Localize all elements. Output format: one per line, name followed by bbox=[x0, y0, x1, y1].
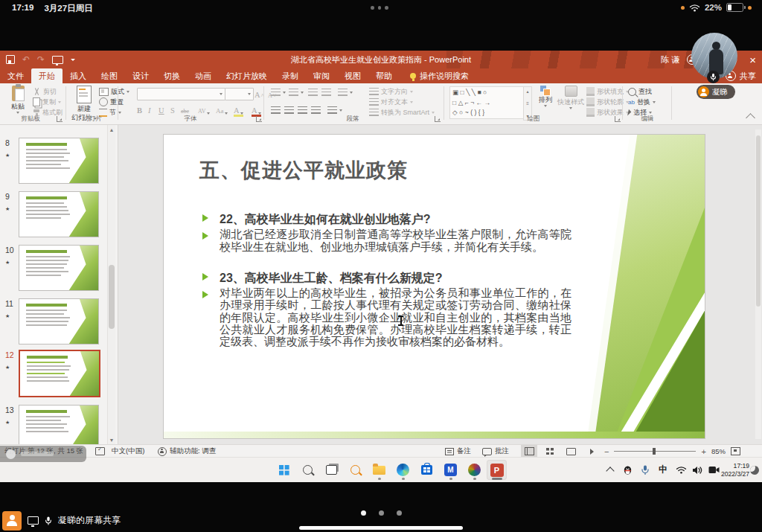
scroll-down-icon[interactable]: ▼ bbox=[108, 435, 115, 444]
italic-button[interactable]: I bbox=[148, 104, 151, 115]
slide-thumbnail-9[interactable] bbox=[19, 191, 99, 237]
scrollbar-thumb[interactable] bbox=[756, 135, 761, 307]
align-left-button[interactable] bbox=[271, 106, 281, 115]
thumbnail-scrollbar[interactable]: ▲ ▼ bbox=[107, 125, 115, 444]
view-slide-sorter-button[interactable] bbox=[542, 445, 558, 458]
bold-button[interactable]: B bbox=[137, 104, 142, 115]
bullets-button[interactable] bbox=[271, 88, 286, 97]
camera-tray-icon[interactable] bbox=[707, 458, 720, 482]
microsoft-store-button[interactable] bbox=[417, 460, 437, 480]
font-size-select[interactable] bbox=[225, 88, 254, 100]
text-direction-button[interactable]: 文字方向 bbox=[369, 87, 413, 96]
save-icon[interactable] bbox=[6, 55, 15, 64]
zoom-out-button[interactable]: − bbox=[604, 447, 609, 456]
tab-view[interactable]: 视图 bbox=[337, 68, 368, 83]
meeting-app-button[interactable]: M bbox=[441, 460, 461, 480]
microphone-tray-icon[interactable] bbox=[638, 458, 652, 482]
view-normal-button[interactable] bbox=[521, 445, 537, 458]
task-view-button[interactable] bbox=[321, 460, 342, 480]
decrease-indent-button[interactable] bbox=[308, 88, 318, 97]
presenter-badge[interactable]: 凝睇 bbox=[697, 85, 735, 99]
paste-button[interactable]: 粘贴 bbox=[6, 86, 30, 114]
comments-button[interactable]: 批注 bbox=[482, 445, 509, 458]
qq-tray-icon[interactable] bbox=[621, 458, 634, 482]
replace-button[interactable]: ab替换 bbox=[628, 97, 656, 106]
align-right-button[interactable] bbox=[298, 106, 307, 115]
file-explorer-button[interactable] bbox=[369, 460, 389, 480]
home-indicator[interactable] bbox=[299, 526, 463, 530]
tab-insert[interactable]: 插入 bbox=[63, 68, 94, 83]
taskbar-clock[interactable]: 17:19 2022/3/27 bbox=[722, 458, 749, 482]
collapse-ribbon-icon[interactable] bbox=[746, 113, 755, 123]
notes-button[interactable]: 备注 bbox=[445, 445, 471, 458]
find-button[interactable]: 查找 bbox=[628, 87, 652, 96]
tray-expand-button[interactable] bbox=[604, 458, 616, 482]
ime-indicator[interactable]: 中 bbox=[656, 458, 670, 482]
slide-thumbnail-12-selected[interactable] bbox=[19, 350, 100, 397]
font-name-select[interactable] bbox=[137, 88, 225, 100]
paragraph-dialog-launcher[interactable] bbox=[435, 116, 441, 122]
tell-me-search[interactable]: 操作说明搜索 bbox=[410, 68, 469, 83]
zoom-level[interactable]: 85% bbox=[711, 447, 726, 455]
justify-button[interactable] bbox=[311, 106, 321, 115]
fit-to-window-icon[interactable] bbox=[731, 447, 740, 455]
view-reading-button[interactable] bbox=[563, 445, 579, 458]
align-text-button[interactable]: 对齐文本 bbox=[369, 97, 413, 106]
zoom-in-button[interactable]: + bbox=[701, 447, 705, 456]
edge-button[interactable] bbox=[393, 460, 413, 480]
tab-file[interactable]: 文件 bbox=[0, 68, 31, 83]
font-dialog-launcher[interactable] bbox=[256, 116, 262, 122]
editor-scrollbar[interactable] bbox=[755, 129, 761, 439]
tab-record[interactable]: 录制 bbox=[275, 68, 306, 83]
start-button[interactable] bbox=[274, 460, 294, 480]
scroll-up-icon[interactable]: ▲ bbox=[108, 125, 115, 134]
tab-design[interactable]: 设计 bbox=[125, 68, 156, 83]
customize-qat-icon[interactable] bbox=[71, 59, 75, 61]
notification-center-button[interactable] bbox=[749, 458, 761, 482]
layout-button[interactable]: 版式 bbox=[99, 87, 129, 96]
redo-icon[interactable]: ↷ bbox=[37, 55, 45, 64]
volume-tray-icon[interactable] bbox=[691, 458, 704, 482]
tab-transitions[interactable]: 切换 bbox=[156, 68, 188, 83]
tab-help[interactable]: 帮助 bbox=[368, 68, 400, 83]
char-spacing-button[interactable]: AV bbox=[198, 104, 210, 115]
line-spacing-button[interactable] bbox=[338, 88, 353, 97]
arrange-button[interactable]: 排列 bbox=[534, 86, 557, 107]
increase-indent-button[interactable] bbox=[321, 88, 331, 97]
columns-button[interactable] bbox=[327, 106, 342, 115]
slide-body-textbox[interactable]: 22、高校毕业生如何在就业创业地落户? 湖北省已经逐步取消全日制普通高等学校毕业… bbox=[202, 212, 572, 348]
clipboard-dialog-launcher[interactable] bbox=[57, 116, 63, 122]
tab-animations[interactable]: 动画 bbox=[188, 68, 219, 83]
tab-slide-show[interactable]: 幻灯片放映 bbox=[219, 68, 275, 83]
tab-review[interactable]: 审阅 bbox=[306, 68, 337, 83]
cut-button[interactable]: 剪切 bbox=[33, 87, 57, 96]
change-case-button[interactable]: Aa bbox=[216, 104, 228, 115]
slide-thumbnail-11[interactable] bbox=[19, 298, 99, 344]
close-icon[interactable]: × bbox=[749, 54, 756, 65]
account-name[interactable]: 陈 谦 bbox=[661, 54, 679, 65]
undo-icon[interactable]: ↶ bbox=[22, 55, 30, 64]
zoom-slider[interactable] bbox=[614, 451, 696, 452]
language-indicator[interactable]: 中文(中国) bbox=[112, 445, 144, 458]
drawing-dialog-launcher[interactable] bbox=[615, 116, 621, 122]
copy-button[interactable]: 复制 bbox=[33, 97, 61, 106]
tab-draw[interactable]: 绘图 bbox=[94, 68, 125, 83]
underline-button[interactable]: U bbox=[159, 104, 164, 115]
shadow-button[interactable]: S bbox=[170, 104, 175, 115]
view-slideshow-button[interactable] bbox=[583, 445, 600, 458]
colorful-app-button[interactable] bbox=[464, 460, 484, 480]
slide-thumbnail-8[interactable] bbox=[19, 138, 99, 184]
screen-share-banner[interactable]: 凝睇的屏幕共享 bbox=[0, 509, 121, 532]
tab-home[interactable]: 开始 bbox=[31, 68, 63, 83]
zoom-slider-thumb[interactable] bbox=[653, 448, 656, 455]
accessibility-status[interactable]: 辅助功能: 调查 bbox=[158, 445, 216, 458]
wifi-tray-icon[interactable] bbox=[674, 458, 688, 482]
scrollbar-thumb[interactable] bbox=[109, 265, 115, 329]
spell-check-button[interactable] bbox=[95, 445, 105, 458]
numbering-button[interactable] bbox=[289, 88, 304, 97]
quick-styles-button[interactable]: 快速样式 bbox=[557, 86, 585, 109]
slide-title[interactable]: 五、促进公平就业政策 bbox=[199, 157, 408, 184]
start-slideshow-icon[interactable] bbox=[52, 56, 63, 64]
taskbar-search-button[interactable] bbox=[298, 460, 318, 480]
powerpoint-taskbar-button[interactable]: P bbox=[487, 460, 507, 480]
